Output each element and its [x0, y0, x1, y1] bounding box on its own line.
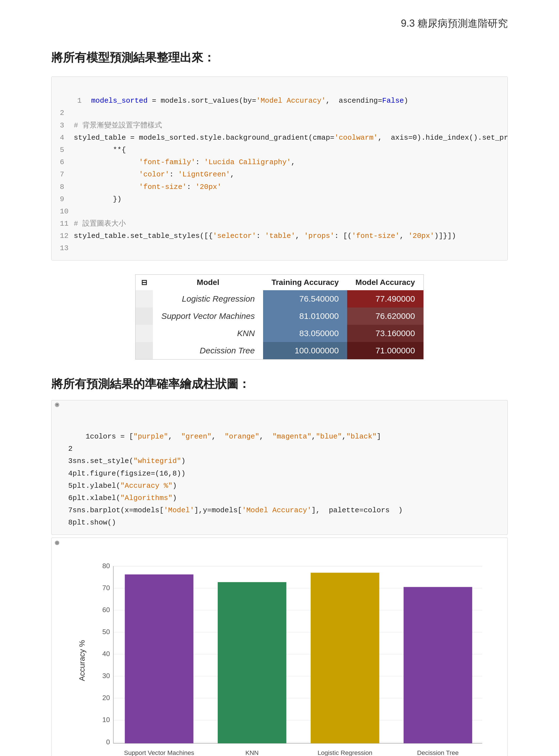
col-header-training: Training Accuracy: [263, 275, 347, 290]
svg-text:40: 40: [102, 650, 110, 658]
result-table: ⊟ Model Training Accuracy Model Accuracy…: [136, 275, 423, 359]
bar-knn: [218, 582, 287, 743]
y-axis-label: Accuracy %: [78, 640, 87, 681]
svg-text:80: 80: [102, 562, 110, 569]
page-header: 9.3 糖尿病預測進階研究: [51, 17, 508, 33]
svg-text:50: 50: [102, 628, 110, 636]
svg-text:70: 70: [102, 584, 110, 591]
code-block-2: ● 1colors = ["purple", "green", "orange"…: [51, 400, 508, 535]
acc-svm: 76.620000: [347, 307, 423, 325]
result-table-container: ⊟ Model Training Accuracy Model Accuracy…: [51, 274, 508, 360]
svg-text:20: 20: [102, 694, 110, 702]
train-svm: 81.010000: [263, 307, 347, 325]
svg-text:0: 0: [106, 738, 110, 746]
table-icon: ⊟: [141, 278, 147, 287]
bar-lr: [311, 573, 379, 743]
model-svm: Support Vector Machines: [153, 307, 263, 325]
section1-title: 將所有模型預測結果整理出來：: [51, 50, 508, 65]
model-dt: Decission Tree: [153, 342, 263, 359]
model-knn: KNN: [153, 325, 263, 342]
table-row-dt: Decission Tree 100.000000 71.000000: [136, 342, 423, 359]
train-knn: 83.050000: [263, 325, 347, 342]
svg-text:10: 10: [102, 716, 110, 724]
bar-svm: [125, 574, 194, 743]
svg-text:30: 30: [102, 672, 110, 680]
bar-chart-area: ⊟ Accuracy %: [51, 537, 508, 756]
train-logistic: 76.540000: [263, 290, 347, 307]
acc-dt: 71.000000: [347, 342, 423, 359]
col-header-accuracy: Model Accuracy: [347, 275, 423, 290]
table-row-logistic: Logistic Regression 76.540000 77.490000: [136, 290, 423, 307]
acc-logistic: 77.490000: [347, 290, 423, 307]
acc-knn: 73.160000: [347, 325, 423, 342]
section2-title: 將所有預測結果的準確率繪成柱狀圖：: [51, 376, 508, 392]
svg-text:Logistic Regression: Logistic Regression: [318, 749, 373, 756]
table-row-svm: Support Vector Machines 81.010000 76.620…: [136, 307, 423, 325]
bar-dt: [404, 587, 472, 743]
col-header-model: Model: [153, 275, 263, 290]
model-logistic: Logistic Regression: [153, 290, 263, 307]
bar-chart-svg: 0 10 20 30 40 50 60 70 80 Support Vector…: [90, 549, 491, 756]
header-title: 9.3 糖尿病預測進階研究: [401, 18, 508, 29]
svg-text:Support Vector Machines: Support Vector Machines: [124, 749, 194, 756]
code-block-1: 1models_sorted = models.sort_values(by='…: [51, 76, 508, 260]
svg-text:60: 60: [102, 606, 110, 613]
table-header-row: ⊟ Model Training Accuracy Model Accuracy: [136, 275, 423, 290]
train-dt: 100.000000: [263, 342, 347, 359]
svg-text:Decission Tree: Decission Tree: [417, 749, 459, 756]
table-row-knn: KNN 83.050000 73.160000: [136, 325, 423, 342]
svg-text:KNN: KNN: [246, 749, 259, 756]
